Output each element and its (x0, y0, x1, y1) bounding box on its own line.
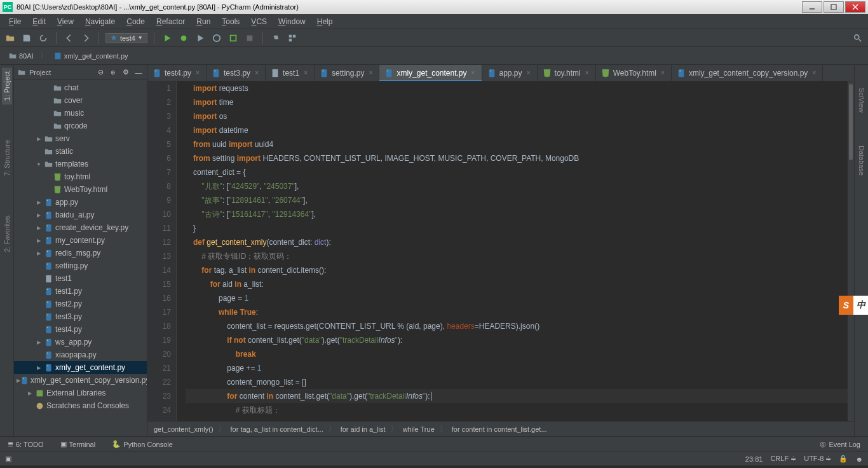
window-close-button[interactable] (845, 1, 865, 13)
tree-node[interactable]: ▶create_device_key.py (14, 221, 147, 234)
close-tab-icon[interactable]: × (302, 70, 309, 76)
editor-tab[interactable]: toy.html× (538, 65, 596, 81)
run-with-coverage-button[interactable] (194, 32, 207, 45)
menu-tools[interactable]: Tools (217, 16, 245, 27)
tree-node[interactable]: test3.py (14, 310, 147, 323)
tree-node[interactable]: WebToy.html (14, 183, 147, 196)
tree-node[interactable]: ▶app.py (14, 196, 147, 209)
expand-arrow-icon[interactable]: ▶ (34, 136, 43, 142)
tree-node[interactable]: music (14, 107, 147, 120)
editor-gutter[interactable]: 123456789101112131415161718192021222324 (147, 81, 177, 421)
project-tree[interactable]: chatcovermusicqrcode▶servstatic▼template… (14, 80, 147, 436)
expand-arrow-icon[interactable]: ▼ (34, 162, 43, 167)
tree-node[interactable]: ▶serv (14, 132, 147, 145)
tool-tab-terminal[interactable]: ▣Terminal (57, 439, 100, 450)
breadcrumb-segment[interactable]: for content in content_list.get... (452, 425, 547, 433)
nav-forward-button[interactable] (79, 32, 92, 45)
tree-node[interactable]: ▶ws_app.py (14, 336, 147, 348)
menu-edit[interactable]: Edit (27, 16, 51, 27)
hector-icon[interactable]: ☻ (855, 455, 863, 463)
tree-node[interactable]: test1 (14, 272, 147, 285)
breadcrumb-segment[interactable]: for aid in a_list (341, 425, 386, 433)
save-button[interactable] (20, 32, 33, 45)
stop-button[interactable] (243, 32, 256, 45)
editor-tab[interactable]: test1× (266, 65, 315, 81)
close-tab-icon[interactable]: × (584, 70, 590, 76)
editor-tab[interactable]: xmly_get_content.py× (379, 65, 482, 81)
tree-node[interactable]: ▶my_content.py (14, 234, 147, 247)
editor-scrollbar[interactable] (848, 81, 854, 421)
status-tool-window-icon[interactable]: ▣ (5, 455, 11, 463)
editor-tab[interactable]: xmly_get_content_copy_version.py× (672, 65, 823, 81)
settings-button[interactable] (269, 32, 282, 45)
editor-tab[interactable]: setting.py× (315, 65, 379, 81)
tree-node[interactable]: chat (14, 81, 147, 94)
sync-button[interactable] (37, 32, 50, 45)
tool-tab-sciview[interactable]: SciView (857, 84, 867, 116)
expand-arrow-icon[interactable]: ▶ (34, 365, 43, 371)
expand-arrow-icon[interactable]: ▶ (34, 238, 43, 244)
tree-node[interactable]: test1.py (14, 285, 147, 298)
nav-back-button[interactable] (63, 32, 76, 45)
close-tab-icon[interactable]: × (367, 70, 374, 76)
tree-node[interactable]: setting.py (14, 259, 147, 272)
menu-window[interactable]: Window (273, 16, 311, 27)
nav-crumb-file[interactable]: xmly_get_content.py (50, 51, 132, 61)
debug-button[interactable] (177, 32, 190, 45)
breadcrumb-segment[interactable]: while True (403, 425, 435, 433)
close-tab-icon[interactable]: × (526, 70, 532, 76)
tree-node[interactable]: qrcode (14, 120, 147, 132)
project-structure-button[interactable] (286, 32, 299, 45)
fold-column[interactable] (177, 81, 186, 421)
tree-node[interactable]: test4.py (14, 323, 147, 336)
line-separator[interactable]: CRLF ≑ (770, 455, 796, 463)
tree-node[interactable]: ▶baidu_ai.py (14, 209, 147, 221)
tree-node[interactable]: ▶xmly_get_content.py (14, 361, 147, 374)
collapse-icon[interactable]: ⊖ (96, 68, 105, 77)
open-button[interactable] (4, 32, 17, 45)
breadcrumb-segment[interactable]: get_content_xmly() (154, 425, 214, 433)
hide-icon[interactable]: — (134, 68, 143, 77)
gear-icon[interactable]: ⚙ (121, 68, 130, 77)
tool-tab-project[interactable]: 1: Project (2, 67, 12, 104)
tree-node[interactable]: ▶redis_msg.py (14, 247, 147, 259)
close-tab-icon[interactable]: × (254, 70, 260, 76)
menu-code[interactable]: Code (121, 16, 150, 27)
run-config-select[interactable]: test4 ▼ (105, 33, 147, 43)
code-editor[interactable]: import requestsimport timeimport osimpor… (186, 81, 848, 421)
locate-icon[interactable]: ⊕ (109, 68, 118, 77)
menu-navigate[interactable]: Navigate (80, 16, 120, 27)
run-button[interactable] (161, 32, 173, 45)
breadcrumb-segment[interactable]: for tag, a_list in content_dict... (231, 425, 323, 433)
readonly-lock-icon[interactable]: 🔒 (839, 455, 848, 463)
close-tab-icon[interactable]: × (811, 70, 817, 76)
tree-node[interactable]: static (14, 145, 147, 158)
tree-node[interactable]: test2.py (14, 298, 147, 310)
tree-node[interactable]: toy.html (14, 170, 147, 183)
menu-view[interactable]: View (52, 16, 79, 27)
tree-node[interactable]: ▼templates (14, 158, 147, 170)
menu-help[interactable]: Help (312, 16, 338, 27)
profile-button[interactable] (210, 32, 223, 45)
tool-tab-structure[interactable]: 7: Structure (2, 136, 12, 180)
menu-run[interactable]: Run (191, 16, 215, 27)
expand-arrow-icon[interactable]: ▶ (34, 251, 43, 256)
tree-node[interactable]: Scratches and Consoles (14, 399, 147, 412)
tree-node[interactable]: cover (14, 94, 147, 107)
tool-tab-todo[interactable]: ≣6: TODO (4, 439, 48, 450)
close-tab-icon[interactable]: × (470, 70, 477, 76)
close-tab-icon[interactable]: × (194, 70, 201, 76)
tool-tab-python-console[interactable]: 🐍Python Console (108, 439, 177, 450)
expand-arrow-icon[interactable]: ▶ (34, 225, 43, 231)
expand-arrow-icon[interactable]: ▶ (34, 200, 43, 205)
editor-tab[interactable]: test4.py× (147, 65, 207, 81)
close-tab-icon[interactable]: × (660, 70, 666, 76)
event-log-button[interactable]: ◎Event Log (816, 439, 864, 450)
editor-tab[interactable]: test3.py× (207, 65, 266, 81)
window-minimize-button[interactable] (802, 1, 822, 13)
nav-crumb-project[interactable]: 80AI (5, 51, 37, 61)
menu-vcs[interactable]: VCS (246, 16, 272, 27)
editor-tab[interactable]: WebToy.html× (596, 65, 672, 81)
attach-button[interactable] (227, 32, 240, 45)
search-everywhere-button[interactable] (851, 32, 864, 45)
